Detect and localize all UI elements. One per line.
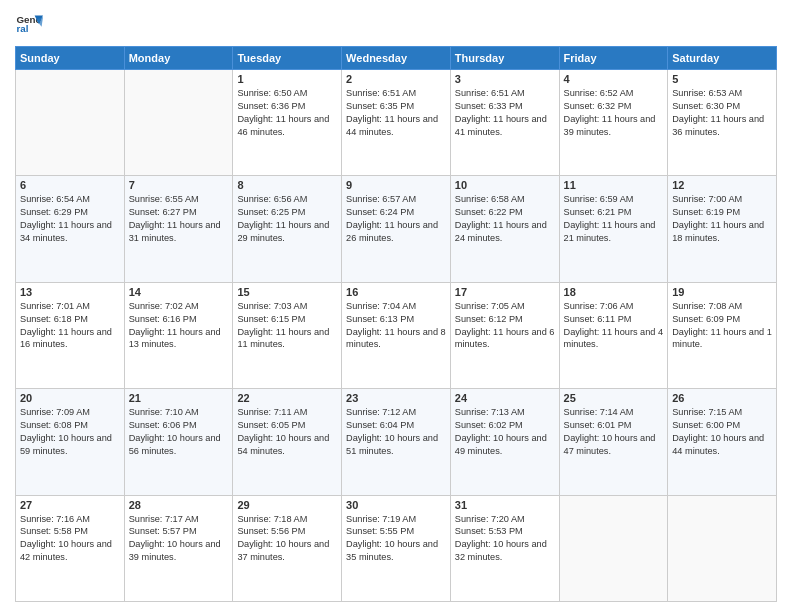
day-info: Sunrise: 7:09 AM Sunset: 6:08 PM Dayligh… xyxy=(20,406,120,458)
calendar-cell xyxy=(16,70,125,176)
day-number: 22 xyxy=(237,392,337,404)
day-number: 18 xyxy=(564,286,664,298)
svg-text:ral: ral xyxy=(16,23,28,34)
calendar-cell: 5Sunrise: 6:53 AM Sunset: 6:30 PM Daylig… xyxy=(668,70,777,176)
day-info: Sunrise: 6:59 AM Sunset: 6:21 PM Dayligh… xyxy=(564,193,664,245)
calendar-cell: 29Sunrise: 7:18 AM Sunset: 5:56 PM Dayli… xyxy=(233,495,342,601)
logo: Gene ral xyxy=(15,10,47,38)
day-number: 5 xyxy=(672,73,772,85)
day-info: Sunrise: 6:58 AM Sunset: 6:22 PM Dayligh… xyxy=(455,193,555,245)
day-number: 13 xyxy=(20,286,120,298)
calendar-cell xyxy=(668,495,777,601)
day-info: Sunrise: 7:11 AM Sunset: 6:05 PM Dayligh… xyxy=(237,406,337,458)
calendar-cell: 9Sunrise: 6:57 AM Sunset: 6:24 PM Daylig… xyxy=(342,176,451,282)
day-number: 28 xyxy=(129,499,229,511)
calendar-cell: 11Sunrise: 6:59 AM Sunset: 6:21 PM Dayli… xyxy=(559,176,668,282)
calendar-cell xyxy=(559,495,668,601)
calendar-cell: 14Sunrise: 7:02 AM Sunset: 6:16 PM Dayli… xyxy=(124,282,233,388)
day-info: Sunrise: 6:54 AM Sunset: 6:29 PM Dayligh… xyxy=(20,193,120,245)
day-info: Sunrise: 7:02 AM Sunset: 6:16 PM Dayligh… xyxy=(129,300,229,352)
day-header-sunday: Sunday xyxy=(16,47,125,70)
day-header-thursday: Thursday xyxy=(450,47,559,70)
calendar-cell: 13Sunrise: 7:01 AM Sunset: 6:18 PM Dayli… xyxy=(16,282,125,388)
calendar-cell: 26Sunrise: 7:15 AM Sunset: 6:00 PM Dayli… xyxy=(668,389,777,495)
day-info: Sunrise: 7:03 AM Sunset: 6:15 PM Dayligh… xyxy=(237,300,337,352)
calendar-cell: 31Sunrise: 7:20 AM Sunset: 5:53 PM Dayli… xyxy=(450,495,559,601)
calendar-cell: 8Sunrise: 6:56 AM Sunset: 6:25 PM Daylig… xyxy=(233,176,342,282)
day-info: Sunrise: 6:51 AM Sunset: 6:35 PM Dayligh… xyxy=(346,87,446,139)
calendar-cell: 27Sunrise: 7:16 AM Sunset: 5:58 PM Dayli… xyxy=(16,495,125,601)
day-number: 7 xyxy=(129,179,229,191)
day-number: 10 xyxy=(455,179,555,191)
day-info: Sunrise: 6:52 AM Sunset: 6:32 PM Dayligh… xyxy=(564,87,664,139)
day-info: Sunrise: 7:00 AM Sunset: 6:19 PM Dayligh… xyxy=(672,193,772,245)
day-number: 16 xyxy=(346,286,446,298)
day-info: Sunrise: 7:15 AM Sunset: 6:00 PM Dayligh… xyxy=(672,406,772,458)
calendar-cell: 20Sunrise: 7:09 AM Sunset: 6:08 PM Dayli… xyxy=(16,389,125,495)
calendar-cell: 2Sunrise: 6:51 AM Sunset: 6:35 PM Daylig… xyxy=(342,70,451,176)
day-info: Sunrise: 7:19 AM Sunset: 5:55 PM Dayligh… xyxy=(346,513,446,565)
calendar-cell: 28Sunrise: 7:17 AM Sunset: 5:57 PM Dayli… xyxy=(124,495,233,601)
calendar-cell: 7Sunrise: 6:55 AM Sunset: 6:27 PM Daylig… xyxy=(124,176,233,282)
day-header-monday: Monday xyxy=(124,47,233,70)
day-info: Sunrise: 7:18 AM Sunset: 5:56 PM Dayligh… xyxy=(237,513,337,565)
day-number: 3 xyxy=(455,73,555,85)
day-number: 30 xyxy=(346,499,446,511)
calendar-table: SundayMondayTuesdayWednesdayThursdayFrid… xyxy=(15,46,777,602)
day-info: Sunrise: 6:55 AM Sunset: 6:27 PM Dayligh… xyxy=(129,193,229,245)
day-number: 15 xyxy=(237,286,337,298)
calendar-cell: 25Sunrise: 7:14 AM Sunset: 6:01 PM Dayli… xyxy=(559,389,668,495)
day-number: 17 xyxy=(455,286,555,298)
day-info: Sunrise: 7:04 AM Sunset: 6:13 PM Dayligh… xyxy=(346,300,446,352)
day-info: Sunrise: 7:06 AM Sunset: 6:11 PM Dayligh… xyxy=(564,300,664,352)
calendar-cell: 6Sunrise: 6:54 AM Sunset: 6:29 PM Daylig… xyxy=(16,176,125,282)
day-header-wednesday: Wednesday xyxy=(342,47,451,70)
day-number: 24 xyxy=(455,392,555,404)
day-header-friday: Friday xyxy=(559,47,668,70)
day-info: Sunrise: 7:20 AM Sunset: 5:53 PM Dayligh… xyxy=(455,513,555,565)
calendar-cell: 16Sunrise: 7:04 AM Sunset: 6:13 PM Dayli… xyxy=(342,282,451,388)
calendar-cell: 3Sunrise: 6:51 AM Sunset: 6:33 PM Daylig… xyxy=(450,70,559,176)
day-info: Sunrise: 6:53 AM Sunset: 6:30 PM Dayligh… xyxy=(672,87,772,139)
day-number: 26 xyxy=(672,392,772,404)
day-number: 8 xyxy=(237,179,337,191)
day-number: 20 xyxy=(20,392,120,404)
day-info: Sunrise: 7:17 AM Sunset: 5:57 PM Dayligh… xyxy=(129,513,229,565)
calendar-cell: 23Sunrise: 7:12 AM Sunset: 6:04 PM Dayli… xyxy=(342,389,451,495)
day-number: 12 xyxy=(672,179,772,191)
day-info: Sunrise: 6:57 AM Sunset: 6:24 PM Dayligh… xyxy=(346,193,446,245)
day-info: Sunrise: 7:13 AM Sunset: 6:02 PM Dayligh… xyxy=(455,406,555,458)
day-number: 9 xyxy=(346,179,446,191)
day-info: Sunrise: 7:14 AM Sunset: 6:01 PM Dayligh… xyxy=(564,406,664,458)
day-header-saturday: Saturday xyxy=(668,47,777,70)
day-info: Sunrise: 7:01 AM Sunset: 6:18 PM Dayligh… xyxy=(20,300,120,352)
day-info: Sunrise: 7:10 AM Sunset: 6:06 PM Dayligh… xyxy=(129,406,229,458)
calendar-cell xyxy=(124,70,233,176)
calendar-cell: 4Sunrise: 6:52 AM Sunset: 6:32 PM Daylig… xyxy=(559,70,668,176)
calendar-cell: 18Sunrise: 7:06 AM Sunset: 6:11 PM Dayli… xyxy=(559,282,668,388)
day-number: 11 xyxy=(564,179,664,191)
day-number: 23 xyxy=(346,392,446,404)
day-number: 25 xyxy=(564,392,664,404)
logo-icon: Gene ral xyxy=(15,10,43,38)
day-header-tuesday: Tuesday xyxy=(233,47,342,70)
calendar-cell: 10Sunrise: 6:58 AM Sunset: 6:22 PM Dayli… xyxy=(450,176,559,282)
calendar-cell: 21Sunrise: 7:10 AM Sunset: 6:06 PM Dayli… xyxy=(124,389,233,495)
day-number: 21 xyxy=(129,392,229,404)
day-number: 19 xyxy=(672,286,772,298)
day-number: 4 xyxy=(564,73,664,85)
calendar-cell: 30Sunrise: 7:19 AM Sunset: 5:55 PM Dayli… xyxy=(342,495,451,601)
day-number: 14 xyxy=(129,286,229,298)
calendar-cell: 15Sunrise: 7:03 AM Sunset: 6:15 PM Dayli… xyxy=(233,282,342,388)
day-info: Sunrise: 6:51 AM Sunset: 6:33 PM Dayligh… xyxy=(455,87,555,139)
day-number: 1 xyxy=(237,73,337,85)
day-info: Sunrise: 6:50 AM Sunset: 6:36 PM Dayligh… xyxy=(237,87,337,139)
calendar-cell: 22Sunrise: 7:11 AM Sunset: 6:05 PM Dayli… xyxy=(233,389,342,495)
calendar-cell: 12Sunrise: 7:00 AM Sunset: 6:19 PM Dayli… xyxy=(668,176,777,282)
calendar-cell: 19Sunrise: 7:08 AM Sunset: 6:09 PM Dayli… xyxy=(668,282,777,388)
day-info: Sunrise: 7:05 AM Sunset: 6:12 PM Dayligh… xyxy=(455,300,555,352)
day-number: 31 xyxy=(455,499,555,511)
day-info: Sunrise: 7:12 AM Sunset: 6:04 PM Dayligh… xyxy=(346,406,446,458)
calendar-cell: 1Sunrise: 6:50 AM Sunset: 6:36 PM Daylig… xyxy=(233,70,342,176)
calendar-cell: 17Sunrise: 7:05 AM Sunset: 6:12 PM Dayli… xyxy=(450,282,559,388)
